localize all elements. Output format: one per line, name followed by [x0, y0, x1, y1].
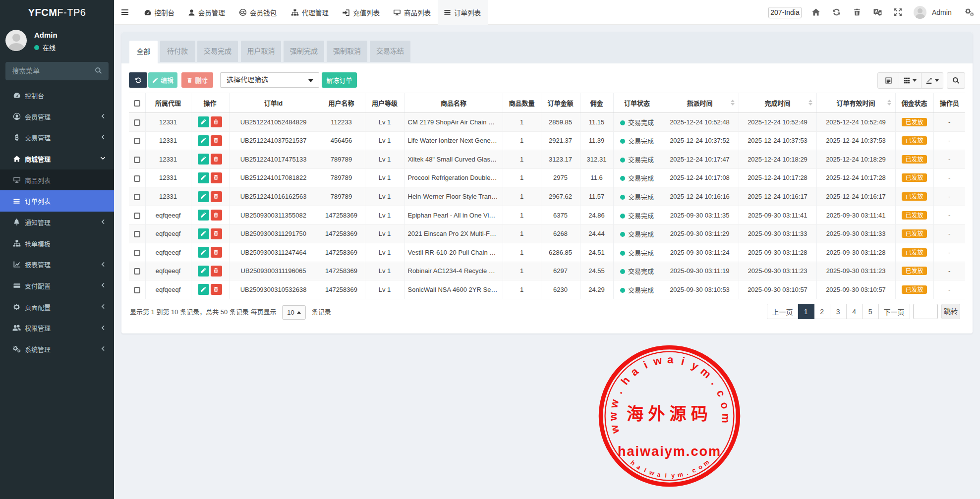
svg-text:w: w	[607, 398, 622, 410]
svg-text:a: a	[656, 471, 661, 478]
svg-text:a: a	[667, 353, 674, 366]
svg-text:a: a	[635, 463, 642, 471]
svg-text:c: c	[691, 467, 697, 475]
svg-text:w: w	[651, 354, 663, 368]
svg-text:i: i	[665, 472, 667, 479]
svg-text:m: m	[719, 413, 732, 424]
svg-text:w: w	[608, 423, 622, 435]
svg-text:m: m	[677, 471, 684, 479]
svg-text:i: i	[643, 467, 647, 474]
svg-text:w: w	[648, 469, 655, 477]
svg-text:海外源码: 海外源码	[627, 405, 712, 423]
svg-text:.: .	[709, 377, 721, 387]
svg-text:h: h	[629, 459, 636, 467]
svg-text:o: o	[697, 463, 704, 471]
svg-text:h: h	[619, 374, 633, 387]
svg-text:i: i	[641, 359, 649, 371]
svg-text:.: .	[685, 469, 689, 476]
svg-text:a: a	[628, 365, 641, 379]
svg-text:w: w	[607, 412, 619, 421]
svg-text:haiwaiym.com: haiwaiym.com	[618, 444, 721, 459]
svg-text:y: y	[690, 359, 701, 373]
svg-text:c: c	[714, 388, 728, 398]
svg-text:y: y	[671, 472, 675, 479]
svg-text:o: o	[718, 401, 732, 410]
svg-text:.: .	[612, 388, 625, 395]
svg-text:i: i	[680, 355, 686, 368]
